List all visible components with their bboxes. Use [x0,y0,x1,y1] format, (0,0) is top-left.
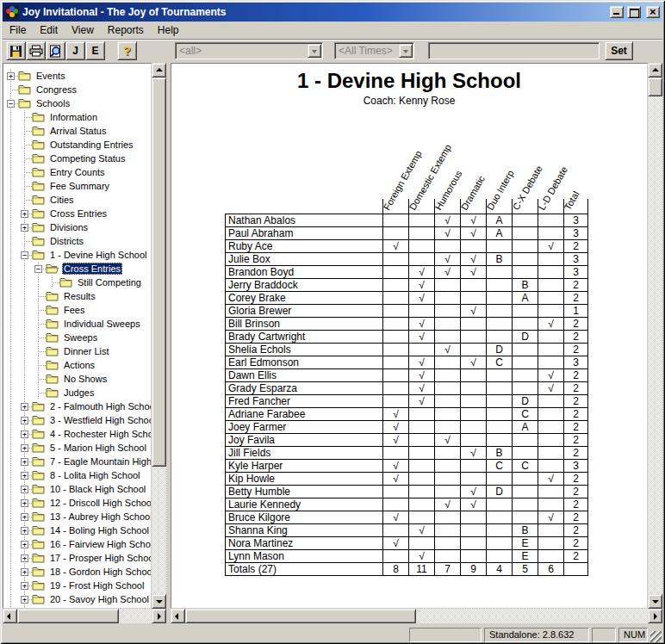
tree-item-label[interactable]: Schools [34,97,71,109]
tree-item-sweeps[interactable]: Sweeps [4,331,151,344]
tree-item-actions[interactable]: Actions [4,358,151,372]
scroll-left-button[interactable] [3,609,17,623]
expander-plus-icon[interactable]: + [18,413,32,427]
chevron-down-icon[interactable] [308,44,321,58]
expander-box[interactable]: − [7,100,15,108]
tree-item-label[interactable]: 4 - Rochester High School [48,428,152,440]
tree-item-fee-summary[interactable]: Fee Summary [4,179,151,193]
tree-item-individual-sweeps[interactable]: Individual Sweeps [4,317,151,331]
expander-plus-icon[interactable]: + [18,468,32,482]
tree-item-label[interactable]: 5 - Marion High School [48,442,148,454]
expander-minus-icon[interactable]: − [18,248,32,262]
tree-item-label[interactable]: Dinner List [62,345,111,357]
tree-item-judges[interactable]: Judges [4,386,151,399]
tree-item-label[interactable]: 19 - Frost High School [48,579,146,591]
menu-item-reports[interactable]: Reports [101,22,151,39]
tree-item-2-falmouth-high-school[interactable]: +2 - Falmouth High School [4,399,151,413]
tree-item-label[interactable]: Cross Entries [62,263,122,275]
help-button[interactable]: ? [117,41,137,60]
scroll-thumb[interactable] [152,77,166,467]
tree-item-label[interactable]: No Shows [62,373,109,385]
expander-box[interactable]: + [21,554,28,562]
tree-item-cross-entries[interactable]: −Cross Entries [4,262,151,276]
tree-item-label[interactable]: Actions [62,359,96,371]
expander-box[interactable]: + [21,458,28,466]
tree-item-label[interactable]: 12 - Driscoll High School [48,497,152,509]
expander-plus-icon[interactable]: + [18,427,32,441]
expander-plus-icon[interactable]: + [18,496,32,510]
expander-plus-icon[interactable]: + [18,592,32,606]
scroll-thumb[interactable] [185,609,416,623]
tree-item-label[interactable]: Congress [34,84,78,96]
resize-grip[interactable] [650,631,662,642]
tree-item-events[interactable]: +Events [4,69,151,83]
expander-plus-icon[interactable]: + [18,455,32,468]
scroll-right-button[interactable] [152,609,166,623]
tree-item-label[interactable]: Fees [62,304,86,316]
expander-box[interactable]: + [21,596,28,604]
judges-button[interactable]: J [65,41,85,60]
tree-item-label[interactable]: 17 - Prosper High School [48,552,152,564]
tree-item-arrival-status[interactable]: Arrival Status [4,124,151,138]
tree-item-cross-entries[interactable]: +Cross Entries [4,207,151,220]
tree-item-13-aubrey-high-school[interactable]: +13 - Aubrey High School [4,510,151,523]
tree-item-label[interactable]: 18 - Gordon High School [48,566,152,578]
expander-plus-icon[interactable]: + [4,69,18,83]
menu-item-file[interactable]: File [3,22,33,39]
tree-item-5-marion-high-school[interactable]: +5 - Marion High School [4,441,151,455]
expander-box[interactable]: + [21,541,28,548]
tree-item-7-eagle-mountain-high-school[interactable]: +7 - Eagle Mountain High School [4,455,151,468]
expander-box[interactable]: + [7,72,15,80]
report-horizontal-scrollbar[interactable] [171,609,662,623]
tree-item-label[interactable]: Still Competing [76,276,143,288]
expander-box[interactable]: + [21,430,28,438]
tree-item-label[interactable]: 8 - Lolita High School [48,469,142,481]
expander-box[interactable]: + [21,444,28,452]
expander-box[interactable]: + [21,210,28,218]
close-button[interactable] [646,6,660,18]
tree-item-label[interactable]: 1 - Devine High School [48,249,149,261]
tree-item-label[interactable]: Districts [48,235,85,247]
tree-item-cities[interactable]: Cities [4,193,151,207]
tree-item-label[interactable]: Cross Entries [48,207,109,220]
tree-horizontal-scrollbar[interactable] [3,609,166,623]
menu-item-edit[interactable]: Edit [33,22,65,39]
expander-plus-icon[interactable]: + [18,399,32,413]
tree-item-divisions[interactable]: +Divisions [4,220,151,234]
tree-item-label[interactable]: 14 - Boling High School [48,524,151,536]
tree-item-label[interactable]: 3 - Westfield High School [48,414,152,426]
set-button[interactable]: Set [605,41,633,60]
expander-box[interactable]: + [21,582,28,590]
maximize-button[interactable] [627,6,641,18]
print-button[interactable] [26,41,46,60]
print-preview-button[interactable] [46,41,65,60]
scroll-thumb[interactable] [17,609,119,623]
expander-plus-icon[interactable]: + [18,207,32,220]
expander-plus-icon[interactable]: + [18,551,32,565]
expander-plus-icon[interactable]: + [18,510,32,523]
menu-item-view[interactable]: View [65,22,101,39]
tree-item-label[interactable]: Entry Counts [48,166,107,178]
tree-item-label[interactable]: Fee Summary [48,180,111,192]
tree-item-1-devine-high-school[interactable]: −1 - Devine High School [4,248,151,262]
entries-button[interactable]: E [85,41,105,60]
expander-box[interactable]: + [21,527,28,535]
expander-plus-icon[interactable]: + [18,220,32,234]
expander-box[interactable]: − [34,265,42,273]
tree-item-schools[interactable]: −Schools [4,96,151,110]
minimize-button[interactable] [610,6,624,18]
tree-item-congress[interactable]: Congress [4,83,151,96]
tree-item-label[interactable]: Individual Sweeps [62,318,142,330]
tree-item-label[interactable]: Events [34,70,67,82]
chevron-down-icon[interactable] [399,44,413,58]
tree-item-label[interactable]: 13 - Aubrey High School [48,511,152,523]
expander-box[interactable]: + [21,568,28,576]
expander-box[interactable]: + [21,224,28,232]
scroll-up-button[interactable] [152,63,166,77]
tree-item-entry-counts[interactable]: Entry Counts [4,165,151,179]
tree-item-20-savoy-high-school[interactable]: +20 - Savoy High School [4,592,151,606]
tree-item-label[interactable]: Judges [62,387,96,399]
menu-item-help[interactable]: Help [151,22,186,39]
expander-box[interactable]: + [21,486,28,493]
tree-item-8-lolita-high-school[interactable]: +8 - Lolita High School [4,468,151,482]
